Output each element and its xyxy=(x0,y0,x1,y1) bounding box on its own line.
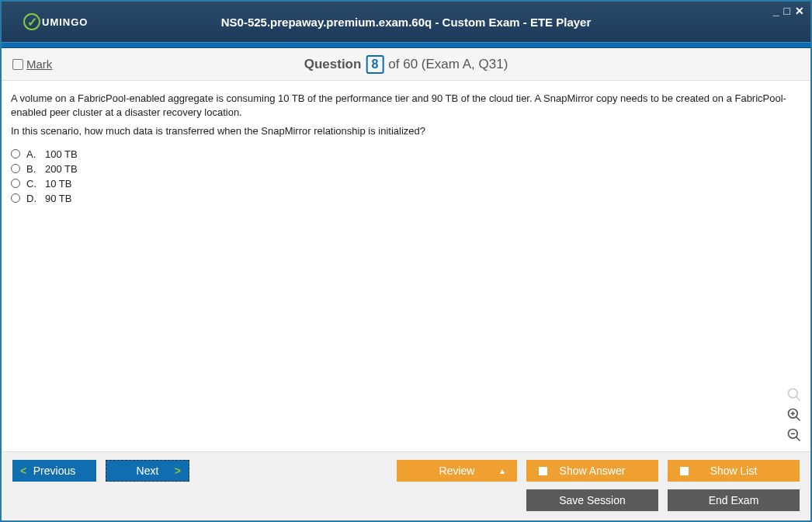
show-list-button[interactable]: Show List xyxy=(668,460,800,482)
title-bar: ✓ UMINGO NS0-525.prepaway.premium.exam.6… xyxy=(2,2,810,42)
show-list-label: Show List xyxy=(710,465,758,477)
minimize-icon[interactable]: _ xyxy=(773,5,779,17)
window-title: NS0-525.prepaway.premium.exam.60q - Cust… xyxy=(221,16,592,29)
triangle-up-icon: ▲ xyxy=(498,467,506,475)
zoom-in-icon[interactable] xyxy=(786,406,803,423)
question-paragraph-2: In this scenario, how much data is trans… xyxy=(11,124,801,138)
zoom-controls xyxy=(786,386,803,444)
close-icon[interactable]: ✕ xyxy=(795,5,804,17)
show-answer-label: Show Answer xyxy=(560,465,626,477)
question-content: A volume on a FabricPool-enabled aggrega… xyxy=(2,81,810,451)
question-paragraph-1: A volume on a FabricPool-enabled aggrega… xyxy=(11,92,801,120)
option-a[interactable]: A. 100 TB xyxy=(11,148,801,160)
logo-text: UMINGO xyxy=(42,16,88,28)
svg-point-0 xyxy=(789,389,798,398)
chevron-right-icon: > xyxy=(175,465,181,477)
next-button[interactable]: Next > xyxy=(106,460,189,482)
option-letter: C. xyxy=(26,178,39,190)
review-button[interactable]: Review ▲ xyxy=(397,460,517,482)
option-text: 90 TB xyxy=(45,193,71,204)
question-bar: Mark Question 8 of 60 (Exam A, Q31) xyxy=(2,48,810,81)
maximize-icon[interactable]: □ xyxy=(784,5,790,17)
radio-icon[interactable] xyxy=(11,149,20,158)
mark-label: Mark xyxy=(26,57,52,71)
app-window: ✓ UMINGO NS0-525.prepaway.premium.exam.6… xyxy=(0,0,812,522)
svg-line-7 xyxy=(796,437,800,441)
divider-strip xyxy=(2,42,810,48)
logo: ✓ UMINGO xyxy=(23,13,88,30)
svg-line-1 xyxy=(796,397,800,401)
question-word: Question xyxy=(304,57,362,72)
option-b[interactable]: B. 200 TB xyxy=(11,163,801,175)
option-letter: D. xyxy=(26,193,39,204)
option-c[interactable]: C. 10 TB xyxy=(11,178,801,190)
footer-row-1: < Previous Next > Review ▲ Show Answer S… xyxy=(12,460,800,482)
footer-row-2: Save Session End Exam xyxy=(12,489,800,511)
end-exam-label: End Exam xyxy=(709,494,759,506)
option-text: 100 TB xyxy=(45,148,78,160)
footer-toolbar: < Previous Next > Review ▲ Show Answer S… xyxy=(2,451,810,520)
checkbox-icon xyxy=(539,467,547,475)
search-icon[interactable] xyxy=(786,386,803,403)
question-total-text: of 60 (Exam A, Q31) xyxy=(388,57,508,72)
mark-control[interactable]: Mark xyxy=(12,57,52,71)
chevron-left-icon: < xyxy=(20,465,26,477)
question-number-input[interactable]: 8 xyxy=(366,55,383,74)
save-session-label: Save Session xyxy=(559,494,626,506)
radio-icon[interactable] xyxy=(11,164,20,173)
option-d[interactable]: D. 90 TB xyxy=(11,193,801,204)
previous-button[interactable]: < Previous xyxy=(12,460,96,482)
answer-options: A. 100 TB B. 200 TB C. 10 TB D. 90 TB xyxy=(11,148,801,204)
option-text: 10 TB xyxy=(45,178,71,190)
end-exam-button[interactable]: End Exam xyxy=(668,489,800,511)
checkbox-icon xyxy=(680,467,689,475)
review-label: Review xyxy=(439,465,475,477)
mark-checkbox[interactable] xyxy=(12,59,23,70)
show-answer-button[interactable]: Show Answer xyxy=(526,460,658,482)
question-counter: Question 8 of 60 (Exam A, Q31) xyxy=(304,55,508,74)
logo-check-icon: ✓ xyxy=(23,13,40,30)
radio-icon[interactable] xyxy=(11,193,20,203)
option-letter: B. xyxy=(26,163,39,175)
save-session-button[interactable]: Save Session xyxy=(526,489,658,511)
radio-icon[interactable] xyxy=(11,179,20,188)
zoom-out-icon[interactable] xyxy=(786,426,803,444)
svg-line-3 xyxy=(796,417,800,421)
previous-label: Previous xyxy=(33,465,75,477)
option-letter: A. xyxy=(26,148,39,160)
window-controls: _ □ ✕ xyxy=(773,5,804,17)
option-text: 200 TB xyxy=(45,163,78,175)
question-text: A volume on a FabricPool-enabled aggrega… xyxy=(11,92,801,139)
next-label: Next xyxy=(137,465,159,477)
